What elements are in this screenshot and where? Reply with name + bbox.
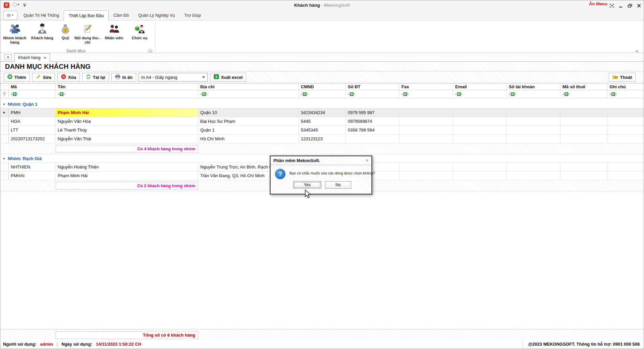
cell-ten[interactable]: Phạm Minh Hải bbox=[56, 171, 198, 180]
column-header-ma_so_thue[interactable]: Mã số thuế bbox=[560, 84, 607, 90]
column-header-fax[interactable]: Fax bbox=[399, 84, 453, 90]
cell-so_tai_khoan[interactable] bbox=[507, 163, 560, 171]
cell-ghi_chu[interactable] bbox=[607, 171, 644, 180]
reload-button[interactable]: Tải lại bbox=[82, 73, 109, 82]
filter-cell-ma_so_thue[interactable]: ABC bbox=[560, 90, 607, 98]
cell-email[interactable] bbox=[453, 163, 507, 171]
ribbon-item-customer[interactable]: Khách hàng bbox=[28, 21, 57, 47]
close-icon[interactable] bbox=[636, 3, 642, 8]
cell-cmnd[interactable]: 5445 bbox=[299, 117, 346, 126]
cell-ma[interactable]: 20230713173202 bbox=[9, 135, 56, 143]
filter-cell-ma[interactable]: ABC bbox=[9, 90, 56, 98]
fullscreen-icon[interactable] bbox=[609, 3, 614, 8]
cell-ghi_chu[interactable] bbox=[607, 126, 644, 134]
filter-cell-fax[interactable]: ABC bbox=[399, 90, 453, 98]
cell-ghi_chu[interactable] bbox=[607, 135, 644, 143]
column-header-ma[interactable]: Mã bbox=[9, 84, 56, 90]
column-header-so_dt[interactable]: Số ĐT bbox=[346, 84, 399, 90]
cell-ten[interactable]: Nguyễn Hoàng Thiện bbox=[56, 163, 198, 171]
cell-dia_chi[interactable]: Quận 10 bbox=[198, 108, 299, 117]
cell-fax[interactable] bbox=[399, 117, 453, 126]
cell-email[interactable] bbox=[453, 126, 507, 134]
column-header-email[interactable]: Email bbox=[453, 84, 507, 90]
ribbon-tab-thiet-lap-ban-dau[interactable]: Thiết Lập Ban Đầu bbox=[64, 10, 109, 20]
ribbon-item-receipt-content[interactable]: Nội dung thu - chi bbox=[74, 21, 101, 47]
cell-ten[interactable]: Lê Thanh Thúy bbox=[56, 126, 198, 134]
cell-so_tai_khoan[interactable] bbox=[507, 108, 560, 117]
print-format-select[interactable]: In A4 - Giấy ngang bbox=[139, 73, 208, 82]
cell-ma_so_thue[interactable] bbox=[560, 163, 607, 171]
cell-so_dt[interactable]: 0979 595 987 bbox=[346, 108, 399, 117]
cell-email[interactable] bbox=[453, 135, 507, 143]
group-expand-icon[interactable]: ▾ bbox=[0, 102, 8, 106]
filter-cell-email[interactable]: ABC bbox=[453, 90, 507, 98]
cell-dia_chi[interactable]: Đại Học Sư Phạm bbox=[198, 117, 299, 126]
cell-ghi_chu[interactable] bbox=[607, 108, 644, 117]
ribbon-tab-tro-giup[interactable]: Trợ Giúp bbox=[179, 11, 205, 20]
cell-cmnd[interactable]: 5345345 bbox=[299, 126, 346, 134]
print-button[interactable]: In ấn bbox=[111, 73, 136, 82]
cell-so_dt[interactable]: 0358 789 564 bbox=[346, 126, 399, 134]
filter-cell-cmnd[interactable]: ABC bbox=[299, 90, 346, 98]
add-button[interactable]: Thêm bbox=[4, 73, 30, 82]
cell-so_tai_khoan[interactable] bbox=[507, 126, 560, 134]
delete-button[interactable]: Xóa bbox=[57, 73, 80, 82]
cell-email[interactable] bbox=[453, 108, 507, 117]
table-row[interactable]: 20230713173202Nguyễn Văn TháiHồ Chí Minh… bbox=[0, 135, 644, 143]
ribbon-item-position[interactable]: Chức vụ bbox=[127, 21, 152, 47]
column-header-ten[interactable]: Tên bbox=[56, 84, 198, 90]
yes-button[interactable]: Yes bbox=[293, 181, 321, 189]
no-button[interactable]: No bbox=[325, 181, 351, 189]
column-header-cmnd[interactable]: CMND bbox=[299, 84, 346, 90]
group-expand-icon[interactable]: ▾ bbox=[0, 157, 8, 160]
ribbon-tab-quan-ly-nghiep-vu[interactable]: Quản Lý Nghiệp Vụ bbox=[133, 11, 179, 20]
edit-button[interactable]: Sửa bbox=[32, 73, 55, 82]
cell-ma_so_thue[interactable] bbox=[560, 117, 607, 126]
cell-ten[interactable]: Nguyễn Văn Thái bbox=[56, 135, 198, 143]
cell-email[interactable] bbox=[453, 117, 507, 126]
cell-ma_so_thue[interactable] bbox=[560, 126, 607, 134]
filter-cell-so_tai_khoan[interactable]: ABC bbox=[507, 90, 560, 98]
filter-cell-so_dt[interactable]: ABC bbox=[346, 90, 399, 98]
cell-fax[interactable] bbox=[399, 126, 453, 134]
cell-fax[interactable] bbox=[399, 171, 453, 180]
cell-cmnd[interactable]: 3423434234 bbox=[299, 108, 346, 117]
cell-ghi_chu[interactable] bbox=[607, 117, 644, 126]
cell-cmnd[interactable]: 123123123 bbox=[299, 135, 346, 143]
table-row[interactable]: ►PMHPhạm Minh HảiQuận 1034234342340979 5… bbox=[0, 108, 644, 117]
column-header-so_tai_khoan[interactable]: Số tài khoản bbox=[507, 84, 560, 90]
dialog-close-icon[interactable]: ✕ bbox=[366, 158, 369, 163]
cell-fax[interactable] bbox=[399, 108, 453, 117]
cell-ma[interactable]: HOA bbox=[9, 117, 56, 126]
cell-email[interactable] bbox=[453, 171, 507, 180]
cell-dia_chi[interactable]: Quận 1 bbox=[198, 126, 299, 134]
hide-menu-button[interactable]: Ẩn Menu bbox=[589, 1, 607, 6]
app-menu-button[interactable]: ▤▼ bbox=[3, 11, 17, 20]
cell-ma_so_thue[interactable] bbox=[560, 171, 607, 180]
table-row[interactable]: LTTLê Thanh ThúyQuận 153453450358 789 56… bbox=[0, 126, 644, 135]
ribbon-item-fund[interactable]: $Quỹ bbox=[57, 21, 74, 47]
ribbon-item-staff[interactable]: Nhân viên bbox=[101, 21, 127, 47]
ribbon-tab-quan-tri-he-thong[interactable]: Quản Trị Hệ Thống bbox=[19, 11, 64, 20]
cell-so_tai_khoan[interactable] bbox=[507, 117, 560, 126]
cell-so_tai_khoan[interactable] bbox=[507, 171, 560, 180]
cell-fax[interactable] bbox=[399, 135, 453, 143]
document-tab-khach-hang[interactable]: Khách hàng ✕ bbox=[14, 53, 50, 62]
cell-ma_so_thue[interactable] bbox=[560, 108, 607, 117]
cell-ma_so_thue[interactable] bbox=[560, 135, 607, 143]
group-header-row[interactable]: ▾Nhóm: Quận 1 bbox=[0, 100, 644, 108]
export-excel-button[interactable]: X Xuất excel bbox=[210, 73, 246, 82]
cell-ten[interactable]: Nguyễn Văn Hòa bbox=[56, 117, 198, 126]
tab-close-icon[interactable]: ✕ bbox=[44, 56, 46, 60]
cell-fax[interactable] bbox=[399, 163, 453, 171]
filter-cell-dia_chi[interactable]: ABC bbox=[198, 90, 299, 98]
exit-button[interactable]: Thoát bbox=[609, 73, 636, 82]
cell-so_dt[interactable]: 0979569874 bbox=[346, 117, 399, 126]
minimize-icon[interactable] bbox=[618, 3, 624, 8]
column-header-ghi_chu[interactable]: Ghi chú bbox=[607, 84, 644, 90]
restore-icon[interactable] bbox=[627, 3, 633, 8]
cell-so_tai_khoan[interactable] bbox=[507, 135, 560, 143]
cell-so_dt[interactable] bbox=[346, 135, 399, 143]
filter-cell-ten[interactable]: ABC bbox=[56, 90, 198, 98]
tabstrip-close-button[interactable]: ✕ bbox=[4, 54, 12, 60]
